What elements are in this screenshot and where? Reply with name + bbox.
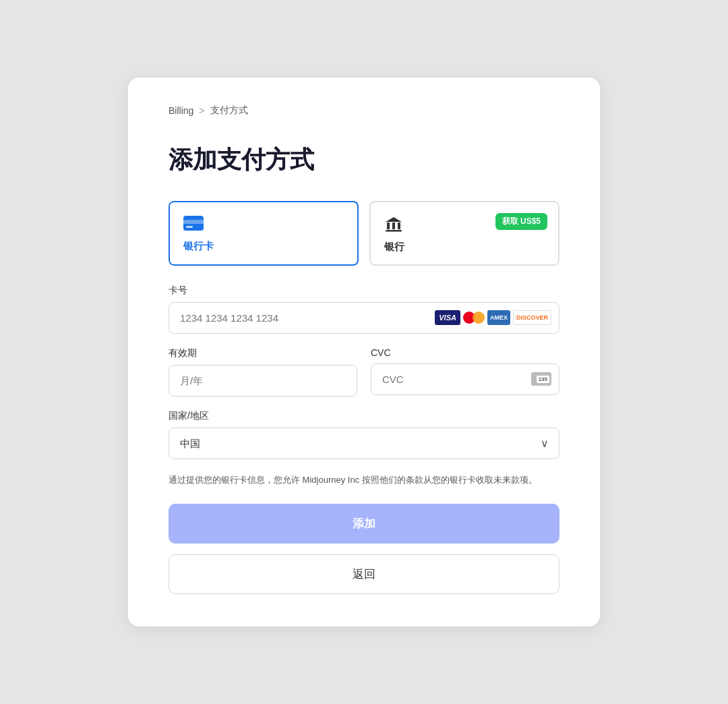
expiry-label: 有效期: [169, 347, 357, 359]
svg-marker-3: [386, 217, 402, 222]
country-select[interactable]: 中国 美国 日本 英国 德国: [169, 428, 559, 459]
svg-rect-2: [186, 226, 193, 228]
svg-rect-1: [183, 220, 204, 224]
back-button[interactable]: 返回: [169, 554, 559, 594]
mastercard-icon: [463, 310, 485, 325]
payment-method-tabs: 银行卡 获取 US$5 银行: [169, 201, 559, 266]
tab-bank-card[interactable]: 银行卡: [169, 201, 359, 266]
payment-form-card: Billing > 支付方式 添加支付方式 银行卡 获取 US$5: [128, 78, 600, 626]
svg-rect-4: [387, 223, 390, 229]
tab-bank-card-label: 银行卡: [183, 240, 214, 252]
expiry-cvc-row: 有效期 CVC 135: [169, 347, 559, 397]
breadcrumb: Billing > 支付方式: [169, 105, 559, 117]
card-number-label: 卡号: [169, 285, 559, 297]
breadcrumb-separator: >: [199, 105, 204, 116]
tab-bank[interactable]: 获取 US$5 银行: [369, 201, 559, 266]
tab-bank-label: 银行: [384, 241, 404, 252]
add-button[interactable]: 添加: [169, 504, 559, 544]
page-title: 添加支付方式: [169, 144, 559, 177]
card-number-wrapper: VISA AMEX DISCOVER: [169, 302, 559, 334]
cvc-section: CVC 135: [371, 347, 559, 397]
card-number-section: 卡号 VISA AMEX DISCOVER: [169, 285, 559, 334]
expiry-section: 有效期: [169, 347, 357, 397]
cvc-label: CVC: [371, 347, 559, 358]
consent-text: 通过提供您的银行卡信息，您允许 Midjourney Inc 按照他们的条款从您…: [169, 473, 559, 488]
country-label: 国家/地区: [169, 410, 559, 422]
credit-card-icon: [183, 216, 344, 235]
svg-rect-6: [398, 223, 400, 229]
breadcrumb-current: 支付方式: [210, 105, 248, 117]
country-select-wrapper: 中国 美国 日本 英国 德国 ∨: [169, 428, 559, 459]
expiry-input[interactable]: [169, 365, 357, 397]
svg-rect-5: [392, 223, 395, 229]
discover-icon: DISCOVER: [513, 310, 551, 325]
svg-rect-7: [386, 230, 402, 232]
breadcrumb-parent[interactable]: Billing: [169, 105, 193, 116]
amex-icon: AMEX: [487, 310, 510, 325]
card-brand-icons: VISA AMEX DISCOVER: [435, 310, 551, 325]
visa-icon: VISA: [435, 310, 460, 325]
cvc-card-icon: 135: [531, 372, 551, 386]
bank-bonus-badge: 获取 US$5: [495, 213, 547, 230]
country-section: 国家/地区 中国 美国 日本 英国 德国 ∨: [169, 410, 559, 459]
cvc-wrapper: 135: [371, 363, 559, 395]
